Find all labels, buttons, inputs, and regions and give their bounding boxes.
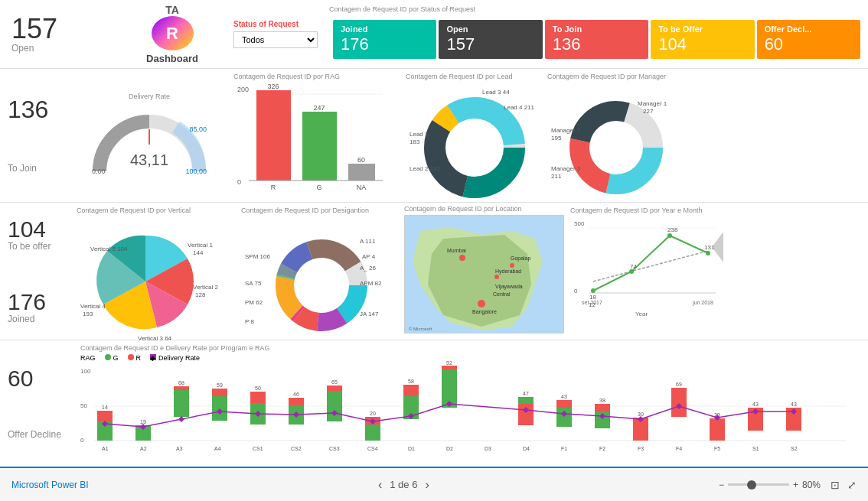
vertical-pie-svg: Vertical 5 104 Vertical 1 144 Vertical 2… (77, 216, 233, 343)
powerbi-link[interactable]: Microsoft Power BI (11, 480, 89, 490)
open-card-value: 157 (446, 34, 534, 54)
svg-rect-6 (302, 112, 337, 181)
svg-text:Bangalore: Bangalore (472, 309, 497, 315)
svg-text:Vijayawada: Vijayawada (495, 284, 523, 290)
joined-value: 176 (341, 34, 429, 54)
status-card-to-join[interactable]: To Join 136 (545, 20, 648, 59)
svg-rect-154 (710, 418, 725, 441)
svg-text:43,11: 43,11 (130, 151, 168, 168)
to-be-offer-stat: 104 To be offer (8, 218, 65, 252)
svg-text:100: 100 (80, 368, 91, 375)
lower-middle: 104 To be offer 176 Joined Contagem de R… (0, 203, 868, 340)
svg-text:Mumbai: Mumbai (447, 248, 466, 253)
footer-zoom: − + 80% ⊡ ⤢ (719, 479, 857, 491)
svg-rect-120 (327, 386, 342, 391)
gauge-max: 100,00 (185, 168, 207, 175)
svg-text:CS4: CS4 (367, 446, 378, 451)
svg-text:F5: F5 (714, 446, 720, 451)
gauge-mid: 85,00 (189, 125, 207, 133)
year-chart-title: Contagem de Request ID por Year e Month (570, 207, 864, 214)
to-join-value: 136 (8, 97, 65, 122)
svg-text:59: 59 (217, 382, 223, 388)
svg-text:43: 43 (791, 402, 797, 407)
zoom-out-icon[interactable]: − (719, 480, 724, 490)
svg-text:Lead 3 44: Lead 3 44 (482, 89, 510, 96)
svg-rect-119 (327, 391, 342, 421)
svg-text:Manager 1: Manager 1 (638, 100, 667, 107)
svg-text:F2: F2 (599, 446, 605, 451)
status-cards-title: Contagem de Request ID por Status of Req… (329, 5, 864, 13)
svg-text:Year: Year (635, 311, 648, 317)
lower-left-stats: 104 To be offer 176 Joined (0, 203, 73, 340)
prev-page-button[interactable]: ‹ (378, 478, 382, 492)
lead-donut: Contagem de Request ID por Lead Lead 1 1… (402, 69, 543, 202)
joined-label: Joined (341, 24, 429, 34)
svg-rect-8 (348, 164, 375, 181)
svg-text:30: 30 (638, 412, 644, 417)
footer: Microsoft Power BI ‹ 1 de 6 › − + 80% ⊡ … (0, 467, 868, 501)
desig-chart: Contagem de Request ID por Desigantion (237, 203, 402, 340)
svg-text:F1: F1 (561, 446, 567, 451)
status-card-to-offer[interactable]: To be Offer 104 (651, 20, 754, 59)
next-page-button[interactable]: › (425, 478, 429, 492)
svg-text:43: 43 (561, 394, 567, 399)
svg-text:S2: S2 (791, 446, 798, 451)
svg-text:A1: A1 (102, 446, 109, 451)
footer-nav: ‹ 1 de 6 › (378, 478, 429, 492)
g-legend-label: G (113, 354, 119, 362)
logo-area: TA R Dashboard (119, 4, 226, 64)
svg-text:A4: A4 (214, 446, 221, 451)
open-stat: 157 Open (0, 4, 119, 64)
svg-text:227: 227 (643, 108, 654, 115)
svg-text:SPM 106: SPM 106 (245, 253, 270, 260)
svg-text:CS3: CS3 (329, 446, 340, 451)
svg-text:SA 75: SA 75 (245, 280, 262, 287)
svg-text:92: 92 (446, 360, 452, 366)
gauge-area: Delivery Rate 43,11 0,00 85,00 100,00 (73, 69, 226, 202)
status-filter[interactable]: Todos (233, 31, 318, 48)
joined-value-stat: 176 (8, 291, 65, 314)
lead-chart-title: Contagem de Request ID por Lead (406, 73, 540, 80)
svg-text:F4: F4 (676, 446, 682, 451)
svg-text:CS2: CS2 (291, 446, 302, 451)
bottom-section: 60 Offer Decline Contagem de Request ID … (0, 340, 868, 467)
svg-text:NA: NA (357, 184, 367, 191)
svg-text:Manager 3: Manager 3 (551, 165, 581, 172)
svg-text:Central: Central (493, 291, 511, 297)
to-join-card-label: To Join (553, 24, 641, 34)
svg-point-79 (591, 288, 596, 293)
logo-circle: R (152, 16, 194, 50)
desig-chart-title: Contagem de Request ID por Desigantion (241, 207, 398, 214)
zoom-in-icon[interactable]: + (793, 480, 798, 490)
svg-rect-137 (518, 397, 534, 404)
svg-text:Lead 2 195: Lead 2 195 (410, 165, 441, 172)
to-be-offer-label: To be offer (8, 241, 65, 252)
year-chart: Contagem de Request ID por Year e Month … (566, 203, 868, 340)
svg-text:A3: A3 (176, 446, 183, 451)
svg-text:Gopalap: Gopalap (511, 255, 531, 262)
svg-text:60: 60 (357, 156, 365, 164)
rag-bar-svg: 200 326 247 60 0 R G NA (233, 83, 387, 194)
filter-area: Status of Request Todos (226, 4, 325, 64)
bottom-chart-svg: 100 50 0 14 A1 19 A2 (80, 364, 846, 467)
zoom-slider[interactable] (728, 483, 789, 486)
svg-text:Lead 4 211: Lead 4 211 (504, 104, 535, 111)
svg-text:Vertical 2: Vertical 2 (193, 284, 218, 291)
open-value: 157 (11, 15, 119, 43)
status-card-offer-decl[interactable]: Offer Decl... 60 (757, 20, 860, 59)
status-card-open[interactable]: Open 157 (439, 20, 542, 59)
fullscreen-icon[interactable]: ⤢ (847, 479, 857, 491)
svg-point-82 (706, 251, 710, 255)
svg-text:A2: A2 (140, 446, 147, 451)
fit-view-icon[interactable]: ⊡ (830, 479, 840, 491)
map-area: Contagem de Request ID por Location Mumb… (402, 203, 566, 340)
g-legend-dot (105, 354, 111, 360)
svg-text:0: 0 (237, 178, 241, 186)
status-card-joined[interactable]: Joined 176 (333, 20, 436, 59)
svg-text:D2: D2 (446, 446, 453, 451)
bottom-chart: Contagem de Request ID e Delivery Rate p… (73, 340, 868, 467)
svg-text:D4: D4 (523, 446, 530, 451)
svg-rect-4 (256, 90, 291, 181)
manager-donut: Contagem de Request ID por Manager Manag… (543, 69, 685, 202)
svg-rect-112 (250, 392, 266, 403)
